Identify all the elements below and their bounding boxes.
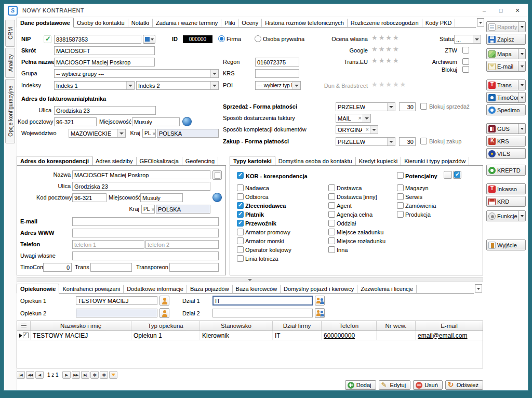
vtab-crm[interactable]: CRM — [5, 20, 15, 47]
pager-next-page-button[interactable] — [72, 371, 80, 379]
bottom-tab-overflow-dropdown[interactable] — [475, 284, 482, 293]
chk-dostawca[interactable] — [328, 184, 335, 191]
clear-icon[interactable] — [366, 126, 369, 132]
tab-kody-pkd[interactable]: Kody PKD — [422, 19, 456, 27]
email-button[interactable]: E-mail — [486, 61, 526, 72]
regon-input[interactable] — [255, 58, 299, 67]
inv-kod-input[interactable] — [54, 117, 97, 126]
tab-kredyt-kupiecki[interactable]: Kredyt kupiecki — [356, 157, 402, 165]
chk-odbiorca[interactable] — [237, 193, 244, 200]
odswiez-button[interactable]: Odśwież — [445, 380, 483, 390]
cell-nazwisko[interactable]: TESTOWY MACIEJ — [31, 331, 131, 340]
tab-kierunki-typy-pojazdow[interactable]: Kierunki i typy pojazdów — [401, 157, 469, 165]
col-typ-opiekuna[interactable]: Typ opiekuna — [131, 321, 200, 330]
opiekun1-person-icon[interactable] — [159, 296, 169, 306]
vtab-analizy[interactable]: Analizy — [5, 48, 15, 78]
clear-icon[interactable] — [358, 115, 362, 121]
chk-dostawca-inny[interactable] — [328, 193, 335, 200]
telefon2-input[interactable] — [145, 240, 219, 249]
faktura-combo[interactable]: MAIL — [336, 114, 371, 123]
tab-overflow-dropdown[interactable] — [477, 18, 484, 26]
blokuj-zakup-checkbox[interactable] — [420, 138, 427, 144]
tab-geofencing[interactable]: Geofencing — [182, 157, 218, 165]
cell-email-link[interactable]: email@email.com — [416, 331, 483, 340]
transeu-stars[interactable]: ★★★★ — [371, 57, 400, 64]
tab-opiekunowie[interactable]: Opiekunowie — [17, 284, 59, 294]
trans-input[interactable] — [90, 263, 132, 272]
dzial1-group-icon[interactable] — [315, 296, 325, 306]
inv-kraj-chip[interactable]: PL — [142, 129, 156, 138]
radio-firma[interactable] — [218, 35, 225, 42]
tab-geolokalizacja[interactable]: GEOlokalizacja — [137, 157, 182, 165]
titlebar[interactable]: S NOWY KONTRAHENT – □ ✕ — [4, 4, 528, 17]
tab-baza-kierowcow[interactable]: Baza kierowców — [233, 285, 281, 293]
chk-przewoznik[interactable] — [237, 220, 244, 227]
row-checkbox[interactable] — [23, 333, 29, 338]
tab-domyslny-pojazd[interactable]: Domyślny pojazd i kierowcy — [281, 285, 357, 293]
corr-globe-button[interactable] — [212, 193, 222, 202]
ztw-checkbox[interactable] — [462, 47, 469, 54]
radio-osoba-prywatna[interactable] — [255, 35, 261, 42]
filter-icon[interactable] — [109, 371, 117, 379]
chk-serwis[interactable] — [397, 193, 404, 200]
potencjalny-checkbox[interactable] — [397, 172, 404, 179]
cell-nr-wew[interactable] — [377, 331, 416, 340]
select-none-button[interactable] — [444, 171, 452, 179]
tab-typy-kartoteki[interactable]: Typy kartoteki — [230, 156, 275, 166]
chk-armator-morski[interactable] — [237, 237, 244, 244]
col-email[interactable]: E-mail — [416, 321, 483, 330]
tab-rozliczenie[interactable]: Rozliczenie roboczogodzin — [348, 19, 422, 27]
tab-osoby-do-kontaktu[interactable]: Osoby do kontaktu — [74, 19, 128, 27]
mapa-button[interactable]: Mapa — [486, 48, 526, 59]
pelna-nazwa-input[interactable] — [54, 58, 155, 67]
dzial2-input[interactable] — [212, 309, 313, 317]
clear-icon[interactable] — [152, 130, 155, 137]
zakup-forma-combo[interactable]: PRZELEW — [336, 137, 395, 146]
skrot-input[interactable] — [54, 46, 155, 55]
chk-inna[interactable] — [328, 246, 335, 253]
horizontal-splitter[interactable] — [17, 277, 483, 282]
inv-globe-button[interactable] — [182, 117, 192, 126]
chk-armator-promowy[interactable] — [237, 229, 244, 235]
uwagi-input[interactable] — [72, 251, 219, 260]
transporeon-input[interactable] — [169, 263, 219, 272]
wyjscie-button[interactable]: Wyjście — [486, 240, 526, 250]
status-combo[interactable]: ... — [454, 35, 481, 44]
vies-button[interactable]: VIES — [486, 148, 526, 159]
tab-pliki[interactable]: Pliki — [221, 19, 238, 27]
maximize-button[interactable]: □ — [493, 4, 509, 17]
inv-ulica-input[interactable] — [54, 106, 156, 115]
timocom-button[interactable]: TimoCom — [486, 92, 526, 103]
close-button[interactable]: ✕ — [509, 4, 526, 17]
pager-prev-page-button[interactable] — [26, 371, 34, 379]
kreptd-button[interactable]: KREPTD — [486, 165, 526, 176]
select-all-button[interactable] — [453, 171, 461, 179]
col-nazwisko-i-imie[interactable]: Nazwisko i imię — [31, 321, 131, 330]
poi-combo[interactable]: --- wybierz typ POI -- — [255, 81, 301, 90]
table-row[interactable]: TESTOWY MACIEJ Opiekun 1 Kierownik IT 60… — [17, 331, 483, 340]
inkasso-button[interactable]: Inkasso — [486, 183, 526, 194]
tab-zezwolenia-licencje[interactable]: Zezwolenia i licencje — [357, 285, 417, 293]
cell-stanowisko[interactable]: Kierownik — [200, 331, 273, 340]
pager-append-button[interactable] — [90, 371, 99, 379]
cell-typ-opiekuna[interactable]: Opiekun 1 — [131, 331, 200, 340]
chk-produkcja[interactable] — [397, 211, 404, 218]
chk-platnik[interactable] — [237, 211, 244, 218]
col-telefon[interactable]: Telefon — [322, 321, 377, 330]
minimize-button[interactable]: – — [476, 4, 493, 17]
tab-historia-rozmow[interactable]: Historia rozmów telefonicznych — [262, 19, 348, 27]
corr-kraj-chip[interactable]: PL — [141, 205, 155, 214]
krd-button[interactable]: KRD — [486, 196, 526, 207]
corr-nazwa-input[interactable] — [72, 170, 210, 179]
opiekun2-person-icon[interactable] — [159, 308, 169, 318]
chk-nadawca[interactable] — [237, 184, 244, 191]
clear-icon[interactable] — [151, 206, 154, 213]
krs-input[interactable] — [255, 69, 299, 78]
pager-next-button[interactable] — [62, 371, 71, 379]
krs-button[interactable]: KRS — [486, 136, 526, 147]
usun-button[interactable]: Usuń — [413, 380, 443, 390]
inv-wojewodztwo-combo[interactable]: MAZOWIECKIE — [69, 129, 126, 138]
dokumenty-combo[interactable]: ORYGINAŁ — [336, 125, 378, 134]
nip-input[interactable] — [54, 35, 141, 44]
pager-edit-button[interactable] — [100, 371, 108, 379]
